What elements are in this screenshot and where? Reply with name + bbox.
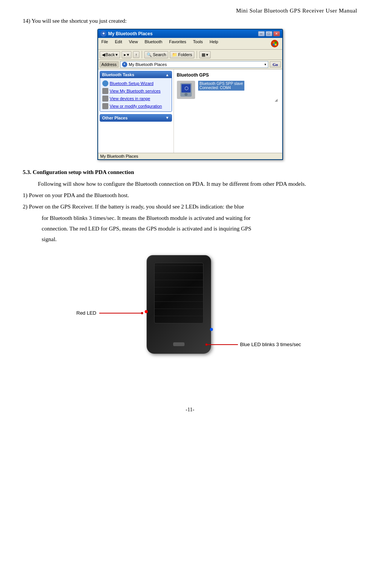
bluetooth-tasks-header: Bluetooth Tasks ▲ (100, 71, 172, 78)
folders-label: Folders (178, 52, 192, 57)
gps-button (173, 342, 185, 346)
window-icon: ✦ (100, 31, 106, 37)
bt-device-status: Bluetooth GPS SPP slave Connected: COM4 (198, 81, 245, 91)
folders-icon: 📁 (172, 52, 177, 57)
close-button[interactable]: ✕ (273, 31, 280, 36)
bt-services-item[interactable]: View My Bluetooth services (101, 87, 171, 95)
blue-led-label: Blue LED blinks 3 times/sec (240, 342, 301, 347)
address-icon: ✦ (122, 62, 127, 67)
bluetooth-tasks-body: Bluetooth Setup Wizard View My Bluetooth… (100, 78, 172, 111)
solar-panel (154, 263, 203, 323)
address-input[interactable]: ✦ My Bluetooth Places ▾ (120, 61, 269, 68)
collapse-icon[interactable]: ▲ (166, 73, 169, 77)
step1-text: 1) Power on your PDA and the Bluetooth h… (23, 191, 357, 200)
address-dropdown-icon[interactable]: ▾ (264, 63, 266, 66)
forward-icon: ▸ (124, 52, 126, 57)
bt-devices-label: View devices in range (110, 96, 150, 101)
back-button[interactable]: ◀ Back ▾ (100, 51, 120, 58)
menu-bluetooth[interactable]: Bluetooth (143, 39, 164, 49)
back-icon: ◀ (102, 52, 105, 57)
menu-tools[interactable]: Tools (191, 39, 205, 49)
step14-text: 14) You will see the shortcut you just c… (23, 18, 357, 24)
go-button[interactable]: Go (270, 61, 280, 67)
menu-favorites[interactable]: Favorites (167, 39, 188, 49)
screenshot-container: ✦ My Bluetooth Places ─ □ ✕ File Edit Vi… (23, 29, 357, 160)
gps-body (147, 255, 211, 354)
bt-config-item[interactable]: View or modify configuration (101, 102, 171, 110)
folders-button[interactable]: 📁 Folders (170, 51, 194, 58)
other-places-panel: Other Places ▼ (100, 114, 172, 122)
resize-handle[interactable]: ◢ (275, 98, 278, 102)
search-icon: 🔍 (147, 52, 152, 57)
bt-config-icon (102, 103, 108, 109)
header-title: Mini Solar Bluetooth GPS Receiver User M… (236, 8, 357, 14)
blue-led-annotation: Blue LED blinks 3 times/sec (205, 342, 301, 347)
menu-help[interactable]: Help (208, 39, 220, 49)
menubar: File Edit View Bluetooth Favorites Tools… (98, 38, 282, 50)
bt-config-label: View or modify configuration (110, 104, 162, 108)
search-label: Search (153, 52, 166, 57)
bt-device: ⬡ Bluetooth GPS SPP slave Connected: COM… (177, 81, 279, 99)
menu-file[interactable]: File (100, 39, 110, 49)
other-places-title: Other Places (102, 116, 128, 120)
section-title: 5.3. Configuration setup with PDA connec… (23, 169, 357, 176)
other-places-collapse-icon[interactable]: ▼ (166, 116, 169, 120)
bt-devices-icon (102, 96, 108, 102)
window-title: My Bluetooth Places (108, 31, 153, 36)
view-button[interactable]: ▦ ▾ (199, 51, 211, 58)
view-icon: ▦ (202, 52, 205, 57)
forward-button[interactable]: ▸ ▾ (122, 51, 131, 58)
minimize-button[interactable]: ─ (258, 31, 265, 36)
svg-rect-4 (275, 44, 277, 45)
red-led-indicator (145, 310, 148, 313)
search-button[interactable]: 🔍 Search (144, 51, 168, 58)
up-button[interactable]: ↑ (133, 51, 140, 58)
bt-services-label: View My Bluetooth services (110, 89, 161, 93)
svg-rect-2 (275, 42, 277, 44)
gps-device (147, 255, 211, 354)
svg-rect-3 (273, 44, 275, 45)
window-body: Bluetooth Tasks ▲ Bluetooth Setup Wizard… (98, 69, 282, 153)
page-footer: -11- (23, 403, 357, 413)
red-led-label: Red LED (77, 310, 97, 316)
windows-explorer-window: ✦ My Bluetooth Places ─ □ ✕ File Edit Vi… (97, 29, 283, 160)
setup-wizard-item[interactable]: Bluetooth Setup Wizard (101, 80, 171, 87)
svg-rect-1 (273, 42, 275, 44)
red-led-line (99, 313, 141, 314)
toolbar: ◀ Back ▾ ▸ ▾ ↑ 🔍 Search 📁 Folders (98, 50, 282, 60)
device-diagram: Red LED Blue LED blinks 3 times/sec (77, 251, 304, 388)
sidebar: Bluetooth Tasks ▲ Bluetooth Setup Wizard… (98, 69, 174, 153)
status-text: My Bluetooth Places (100, 154, 138, 158)
svg-point-7 (185, 93, 188, 96)
back-label: Back (106, 52, 115, 57)
step2-indent3: signal. (23, 235, 357, 244)
step2-indent1: for Bluetooth blinks 3 times/sec. It mea… (23, 213, 357, 223)
bluetooth-device-svg: ⬡ (178, 82, 194, 97)
step2-indent2: connection. The red LED for GPS, means t… (23, 224, 357, 233)
maximize-button[interactable]: □ (266, 31, 272, 36)
setup-wizard-label: Bluetooth Setup Wizard (110, 81, 154, 86)
bluetooth-tasks-panel: Bluetooth Tasks ▲ Bluetooth Setup Wizard… (100, 71, 172, 112)
bt-device-connected: Connected: COM4 (200, 86, 243, 90)
page-number: -11- (186, 407, 194, 412)
titlebar: ✦ My Bluetooth Places ─ □ ✕ (98, 30, 282, 38)
solar-panel-lines (155, 263, 203, 323)
blue-led-indicator (210, 328, 213, 331)
blue-led-line (208, 344, 238, 345)
toolbar-separator-1 (142, 51, 142, 58)
titlebar-controls: ─ □ ✕ (258, 31, 280, 36)
resize-area: ◢ (177, 99, 279, 103)
svg-text:⬡: ⬡ (185, 86, 188, 91)
bt-devices-item[interactable]: View devices in range (101, 95, 171, 102)
setup-wizard-icon (102, 80, 108, 86)
address-label: Address (100, 61, 119, 67)
bluetooth-tasks-title: Bluetooth Tasks (102, 72, 134, 77)
xp-logo-area (269, 39, 281, 49)
menu-edit[interactable]: Edit (113, 39, 124, 49)
page-header: Mini Solar Bluetooth GPS Receiver User M… (23, 8, 357, 14)
bt-device-icon: ⬡ (177, 81, 195, 99)
menu-view[interactable]: View (127, 39, 140, 49)
step2-text: 2) Power on the GPS Receiver. If the bat… (23, 202, 357, 211)
other-places-header: Other Places ▼ (100, 114, 172, 121)
view-dropdown-icon: ▾ (206, 52, 208, 57)
